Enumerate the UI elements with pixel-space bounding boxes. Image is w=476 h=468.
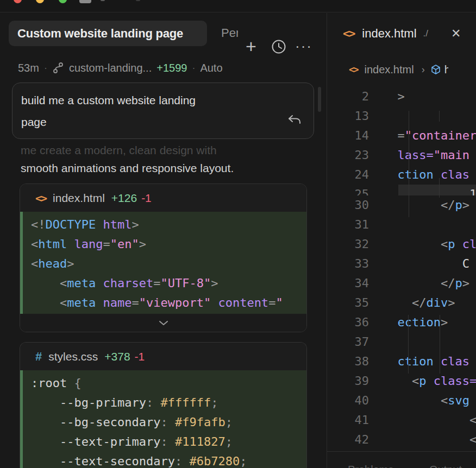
session-additions: +1599 <box>156 62 187 74</box>
line-number: 2 <box>327 87 369 106</box>
clock-icon <box>271 39 286 54</box>
close-window-button[interactable] <box>14 0 22 3</box>
html-file-icon: <> <box>35 192 46 205</box>
line-number: 24 <box>327 165 369 185</box>
model-mode[interactable]: Auto <box>200 62 222 74</box>
chat-scrollbar-thumb[interactable] <box>318 87 321 112</box>
new-chat-button[interactable]: + <box>242 35 260 58</box>
line-number: 42 <box>327 430 369 450</box>
code-line: 14 ="container <box>327 126 476 146</box>
titlebar-icon <box>101 0 105 1</box>
indent-guide <box>439 111 440 122</box>
restore-checkpoint-button[interactable] <box>287 115 302 127</box>
diff-additions: +126 <box>111 192 137 205</box>
editor-panel: <> index.html ./ ✕ <> index.html › h 2 >… <box>327 13 476 468</box>
diff-card-styles-css[interactable]: # styles.css +378 -1 :root { --bg-primar… <box>20 342 307 468</box>
window-titlebar <box>0 0 476 12</box>
line-number: 34 <box>327 274 369 293</box>
code-line: <html lang="en"> <box>31 235 306 254</box>
code-line: 31 <box>327 215 476 235</box>
line-number: 14 <box>327 126 369 146</box>
line-number: 30 <box>327 195 369 215</box>
chevron-down-icon <box>159 320 168 326</box>
git-branch-icon <box>52 61 64 74</box>
assistant-text-faded: me create a modern, clean design with <box>21 144 217 157</box>
editor-tab-path: ./ <box>423 28 428 39</box>
code-line: :root { <box>31 374 306 393</box>
editor-tab-filename: index.html <box>362 27 416 41</box>
user-message-line1: build me a custom website landing <box>21 90 305 111</box>
user-message-line2: page <box>21 111 305 133</box>
diff-card-header[interactable]: # styles.css +378 -1 <box>20 343 306 370</box>
breadcrumb-symbol: h <box>444 64 448 76</box>
chat-panel: Custom website landing page Per + ··· 53… <box>0 13 327 468</box>
line-number: 41 <box>327 410 369 430</box>
indent-guide <box>409 111 409 217</box>
line-number: 32 <box>327 235 369 254</box>
indent-guide <box>408 315 409 374</box>
line-number: 36 <box>327 313 369 332</box>
editor-tab-index-html[interactable]: <> index.html ./ ✕ <box>327 21 461 47</box>
history-button[interactable] <box>271 39 286 54</box>
user-message-box[interactable]: build me a custom website landing page <box>12 83 314 139</box>
code-line: 25 1 <box>327 185 476 195</box>
line-number: 40 <box>327 391 369 410</box>
code-line: 32 <p cl <box>327 235 476 254</box>
chat-tab-overflow[interactable]: Per <box>221 26 238 42</box>
html-file-icon: <> <box>343 27 354 40</box>
code-line: <!DOCTYPE html> <box>31 215 306 235</box>
line-number: 38 <box>327 352 369 371</box>
code-line: 33 C <box>327 254 476 274</box>
code-line: <meta name="viewport" content=" <box>31 293 306 313</box>
elapsed-time: 53m <box>18 62 39 74</box>
diff-additions: +378 <box>104 350 130 363</box>
indent-guide <box>440 315 440 374</box>
code-line: 37 <box>327 332 476 352</box>
diff-deletions: -1 <box>135 350 145 363</box>
diff-code-preview: :root { --bg-primary: #ffffff; --bg-seco… <box>20 370 306 468</box>
minimize-window-button[interactable] <box>36 0 44 3</box>
diff-card-filename: index.html <box>53 192 105 205</box>
css-file-icon: # <box>35 350 42 364</box>
code-line: 24 ction clas <box>327 165 476 185</box>
undo-arrow-icon <box>287 115 302 127</box>
line-number: 31 <box>327 215 369 235</box>
code-line: 39 <p class= <box>327 371 476 391</box>
tab-output[interactable]: Output <box>429 464 462 468</box>
code-line: 40 <svg <box>327 391 476 410</box>
diff-card-header[interactable]: <> index.html +126 -1 <box>20 184 306 212</box>
line-number: 13 <box>327 106 369 126</box>
tab-problems[interactable]: Problems <box>348 464 393 468</box>
line-number: 23 <box>327 146 369 165</box>
code-line: --text-secondary: #6b7280; <box>31 452 306 468</box>
code-line: 23 lass="main <box>327 146 476 165</box>
maximize-window-button[interactable] <box>59 0 67 3</box>
line-number: 25 <box>327 185 369 195</box>
code-line: 36 ection> <box>327 313 476 332</box>
branch-name[interactable]: custom-landing... <box>69 62 152 74</box>
diff-deletions: -1 <box>141 192 152 205</box>
breadcrumb[interactable]: <> index.html › h <box>327 61 448 78</box>
diff-card-filename: styles.css <box>48 350 98 363</box>
diff-card-index-html[interactable]: <> index.html +126 -1 <!DOCTYPE html><ht… <box>20 184 307 332</box>
chat-tab-active[interactable]: Custom website landing page <box>9 21 207 46</box>
bottom-panel-divider[interactable] <box>327 451 476 452</box>
line-number: 37 <box>327 332 369 352</box>
breadcrumb-filename[interactable]: index.html <box>364 64 414 76</box>
code-line: 30 </p> <box>327 195 476 215</box>
code-line: 35 </div> <box>327 293 476 313</box>
diff-card-expand-button[interactable] <box>20 314 306 332</box>
editor-code-area[interactable]: 2 >1314 ="container23 lass="main24 ction… <box>327 87 476 450</box>
chat-tab-title: Custom website landing page <box>17 27 183 41</box>
close-tab-button[interactable]: ✕ <box>451 27 461 41</box>
code-line: 34 </p> <box>327 274 476 293</box>
sidebar-toggle-icon[interactable] <box>79 0 91 3</box>
line-number: 33 <box>327 254 369 274</box>
line-number: 39 <box>327 371 369 391</box>
code-line: --bg-primary: #ffffff; <box>31 393 306 413</box>
code-line: 41 < <box>327 410 476 430</box>
indent-guide <box>439 178 440 198</box>
session-status-row: 53m · custom-landing... +1599 · Auto <box>18 61 223 75</box>
more-options-button[interactable]: ··· <box>295 35 313 58</box>
code-line: <head> <box>31 254 306 274</box>
